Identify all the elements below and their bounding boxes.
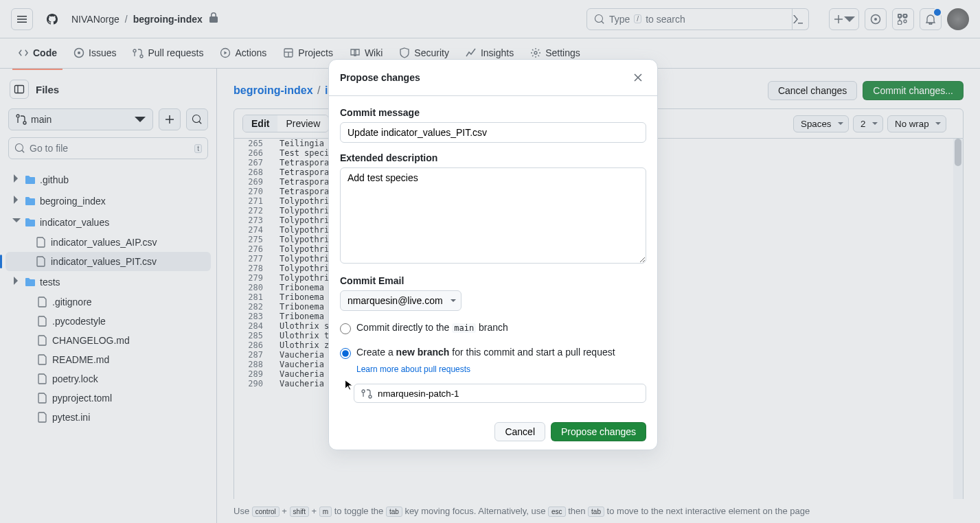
branch-name-input[interactable] [378,388,639,399]
commit-message-input[interactable] [340,122,646,143]
email-select[interactable]: nmarquesin@live.com [340,290,461,311]
new-branch-radio[interactable] [340,348,351,359]
commit-direct-label: Commit directly to the main branch [356,322,508,333]
commit-direct-radio[interactable] [340,323,351,334]
branch-name-input-row [354,384,646,403]
propose-changes-button[interactable]: Propose changes [551,422,646,441]
new-branch-label: Create a new branch for this commit and … [356,347,615,358]
description-label: Extended description [340,152,646,163]
email-label: Commit Email [340,275,646,286]
propose-changes-dialog: Propose changes Commit message Extended … [328,59,658,450]
close-icon[interactable] [630,69,646,86]
cancel-button[interactable]: Cancel [494,422,545,441]
learn-link[interactable]: Learn more about pull requests [356,364,646,374]
commit-message-label: Commit message [340,107,646,118]
description-input[interactable] [340,167,646,264]
pr-icon [361,388,372,399]
modal-title: Propose changes [340,72,420,83]
